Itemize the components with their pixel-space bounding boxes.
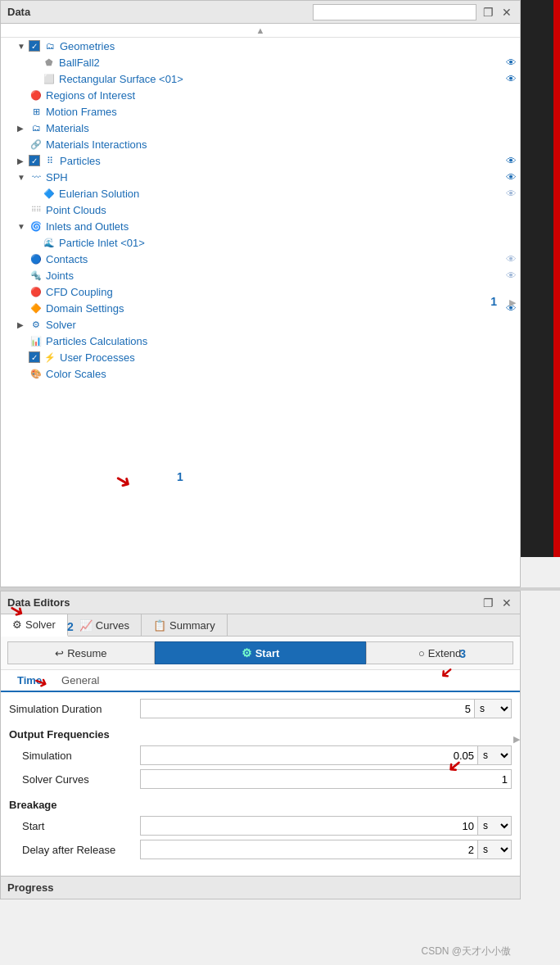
tree-panel[interactable]: ▼ ✓ 🗂 Geometries ▶ ⬟ BallFall2 👁 ▶ ⬜ Rec… (1, 38, 520, 587)
scroll-up-icon[interactable]: ▲ (256, 25, 265, 35)
inlets-icon: 🌀 (29, 220, 43, 233)
tree-item-joints[interactable]: ▶ 🔩 Joints 👁 (14, 267, 520, 283)
eye-ballfall2[interactable]: 👁 (506, 57, 517, 69)
eye-sph[interactable]: 👁 (506, 171, 517, 183)
tree-item-particles-calc[interactable]: ▶ 📊 Particles Calculations (14, 333, 520, 349)
breakage-start-input[interactable] (140, 816, 478, 836)
ballfall2-icon: ⬟ (42, 56, 56, 69)
tree-item-rectangular-surface[interactable]: ▶ ⬜ Rectangular Surface <01> 👁 (27, 70, 520, 87)
eye-eulerian[interactable]: 👁 (506, 188, 517, 200)
data-search-input[interactable] (313, 4, 476, 20)
scroll-right-icon[interactable]: ▶ (506, 294, 520, 311)
simulation-freq-input[interactable] (140, 745, 478, 765)
uprocess-icon: ⚡ (43, 351, 57, 364)
simulation-duration-unit[interactable]: s ms min (475, 699, 512, 718)
particle-inlet-label: Particle Inlet <01> (59, 237, 145, 249)
simulation-freq-unit[interactable]: s ms (478, 745, 512, 765)
eye-contacts[interactable]: 👁 (506, 253, 517, 265)
tree-item-eulerian-solution[interactable]: ▶ 🔷 Eulerian Solution 👁 (27, 185, 520, 202)
editors-close-button[interactable]: ✕ (500, 597, 513, 609)
expand-sph[interactable]: ▼ (17, 173, 29, 182)
tree-item-cfd-coupling[interactable]: ▶ 🔴 CFD Coupling (14, 283, 520, 300)
solver-curves-row: Solver Curves (9, 769, 512, 789)
tree-item-materials-interactions[interactable]: ▶ 🔗 Materials Interactions (14, 136, 520, 152)
tab-summary[interactable]: 📋 Summary (142, 614, 228, 636)
checkbox-user-processes[interactable]: ✓ (29, 351, 40, 363)
tree-item-solver[interactable]: ▶ ⚙ Solver (14, 316, 520, 333)
resume-button[interactable]: ↩ Resume (7, 641, 155, 664)
roi-label: Regions of Interest (46, 89, 135, 102)
tree-item-domain-settings[interactable]: ▶ 🔶 Domain Settings 1 👁 (14, 300, 520, 316)
editors-restore-button[interactable]: ❐ (481, 597, 495, 609)
delay-release-row: Delay after Release s ms (9, 840, 512, 859)
domain-label: Domain Settings (46, 302, 124, 315)
tree-item-regions-of-interest[interactable]: ▶ 🔴 Regions of Interest (14, 87, 520, 103)
tab-curves[interactable]: 📈 Curves (68, 614, 142, 636)
simulation-duration-input-group: s ms min (140, 699, 512, 718)
close-button[interactable]: ✕ (500, 7, 513, 18)
solver-curves-label: Solver Curves (9, 773, 140, 786)
breakage-start-unit[interactable]: s ms (478, 816, 512, 836)
tree-item-user-processes[interactable]: ▶ ✓ ⚡ User Processes (14, 349, 520, 365)
tree-item-geometries[interactable]: ▼ ✓ 🗂 Geometries (14, 38, 520, 54)
eye-joints[interactable]: 👁 (506, 270, 517, 282)
progress-panel: Progress (0, 877, 521, 899)
extend-label: Extend (428, 647, 461, 659)
sph-icon: 〰 (29, 170, 43, 183)
tree-item-particle-inlet[interactable]: ▶ 🌊 Particle Inlet <01> (27, 234, 520, 251)
extend-button[interactable]: ○ Extend (366, 641, 513, 664)
editors-panel: Data Editors ❐ ✕ ⚙ Solver 📈 Curves 📋 Sum… (0, 591, 521, 877)
expand-geometries[interactable]: ▼ (17, 42, 29, 51)
delay-release-input[interactable] (140, 840, 478, 859)
eye-rect-surface[interactable]: 👁 (506, 73, 517, 85)
output-frequencies-title: Output Frequencies (9, 728, 512, 741)
contacts-icon: 🔵 (29, 252, 43, 265)
restore-button[interactable]: ❐ (481, 7, 495, 18)
general-tab-label: General (61, 674, 99, 686)
editors-scroll-right[interactable]: ▶ (513, 734, 520, 745)
motion-frames-icon: ⊞ (29, 105, 43, 118)
tree-item-sph[interactable]: ▼ 〰 SPH 👁 (14, 169, 520, 185)
tree-item-color-scales[interactable]: ▶ 🎨 Color Scales (14, 365, 520, 382)
expand-materials[interactable]: ▶ (17, 124, 29, 133)
tree-item-point-clouds[interactable]: ▶ ⠿⠿ Point Clouds (14, 202, 520, 218)
pcalc-icon: 📊 (29, 334, 43, 347)
color-scales-label: Color Scales (46, 368, 106, 380)
inlets-label: Inlets and Outlets (46, 220, 129, 233)
check-icon: ✓ (31, 42, 38, 51)
panel-controls: ❐ ✕ (313, 4, 513, 20)
checkbox-geometries[interactable]: ✓ (29, 40, 40, 52)
resume-icon: ↩ (55, 647, 64, 659)
check-icon-particles: ✓ (31, 156, 38, 165)
annotation-number-1: 1 (177, 470, 183, 483)
tree-item-particles[interactable]: ▶ ✓ ⠿ Particles 👁 (14, 152, 520, 169)
breakage-start-label: Start (9, 820, 140, 832)
expand-inlets[interactable]: ▼ (17, 222, 29, 231)
tree-item-contacts[interactable]: ▶ 🔵 Contacts 👁 (14, 251, 520, 267)
mat-int-icon: 🔗 (29, 138, 43, 151)
eulerian-label: Eulerian Solution (59, 188, 139, 200)
delay-release-unit[interactable]: s ms (478, 840, 512, 859)
ballfall2-label: BallFall2 (59, 57, 100, 69)
start-button[interactable]: ⚙ Start (155, 641, 367, 664)
tree-item-inlets-outlets[interactable]: ▼ 🌀 Inlets and Outlets (14, 218, 520, 234)
simulation-duration-section: Simulation Duration s ms min (9, 699, 512, 718)
expand-particles[interactable]: ▶ (17, 156, 29, 165)
checkbox-particles[interactable]: ✓ (29, 155, 40, 166)
domain-icon: 🔶 (29, 301, 43, 315)
eye-particles[interactable]: 👁 (506, 155, 517, 167)
tree-scroll-top: ▲ (1, 24, 520, 38)
expand-solver[interactable]: ▶ (17, 320, 29, 329)
simulation-duration-input[interactable] (140, 699, 475, 718)
rect-surface-label: Rectangular Surface <01> (59, 73, 183, 85)
tree-item-ballfall2[interactable]: ▶ ⬟ BallFall2 👁 (27, 54, 520, 70)
particles-label: Particles (60, 155, 101, 167)
simulation-freq-label: Simulation (9, 750, 140, 762)
start-label: Start (255, 647, 280, 659)
tree-item-motion-frames[interactable]: ▶ ⊞ Motion Frames (14, 103, 520, 120)
eulerian-icon: 🔷 (42, 187, 56, 200)
solver-icon: ⚙ (29, 318, 43, 331)
tree-item-materials[interactable]: ▶ 🗂 Materials (14, 120, 520, 136)
sub-tab-general[interactable]: General (52, 670, 109, 691)
solver-label: Solver (46, 319, 76, 331)
